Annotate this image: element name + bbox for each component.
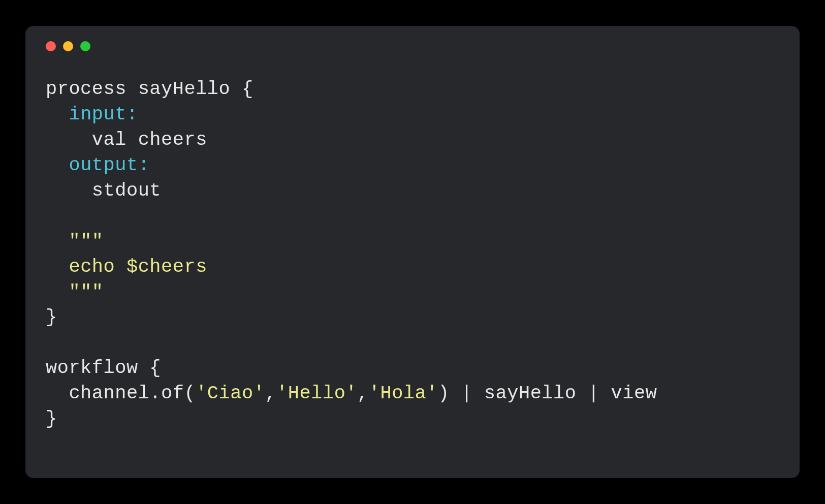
close-icon[interactable] xyxy=(46,41,56,51)
code-token-plain: val cheers xyxy=(46,129,207,150)
code-line: """ xyxy=(46,280,779,305)
code-token-string: """ xyxy=(69,231,103,252)
code-line: echo $cheers xyxy=(46,255,779,280)
code-token-plain xyxy=(46,332,57,353)
code-line xyxy=(46,330,779,356)
code-token-string: 'Ciao' xyxy=(196,383,265,404)
code-token-plain xyxy=(46,154,69,176)
code-token-plain: , xyxy=(265,383,276,404)
code-line: input: xyxy=(46,102,779,128)
code-line: workflow { xyxy=(46,356,779,381)
code-token-plain: } xyxy=(46,306,57,328)
code-line: val cheers xyxy=(46,128,779,153)
code-token-plain: ) | sayHello | view xyxy=(438,383,657,404)
window-traffic-lights xyxy=(46,41,779,51)
code-token-string: """ xyxy=(69,281,103,303)
code-token-plain: process sayHello { xyxy=(46,78,253,100)
code-line: stdout xyxy=(46,178,779,204)
code-block: process sayHello { input: val cheers out… xyxy=(46,77,779,432)
code-line: """ xyxy=(46,229,779,255)
code-token-keyword: output: xyxy=(69,154,149,176)
code-token-plain: , xyxy=(357,383,369,404)
code-line: } xyxy=(46,406,779,432)
code-token-plain: } xyxy=(46,408,57,429)
code-token-string: echo $cheers xyxy=(69,256,207,277)
code-token-plain xyxy=(46,256,69,277)
code-token-plain xyxy=(46,104,69,125)
code-line: channel.of('Ciao','Hello','Hola') | sayH… xyxy=(46,381,779,406)
code-line xyxy=(46,204,779,229)
code-token-plain xyxy=(46,231,69,252)
code-token-string: 'Hello' xyxy=(276,383,357,404)
maximize-icon[interactable] xyxy=(80,41,90,51)
code-token-plain: workflow { xyxy=(46,357,161,379)
code-token-string: 'Hola' xyxy=(369,383,438,404)
code-token-plain: channel.of( xyxy=(46,383,196,404)
code-token-keyword: input: xyxy=(69,104,138,125)
code-line: output: xyxy=(46,153,779,178)
code-line: process sayHello { xyxy=(46,77,779,102)
code-line: } xyxy=(46,305,779,330)
code-token-plain xyxy=(46,281,69,303)
minimize-icon[interactable] xyxy=(63,41,73,51)
terminal-window: process sayHello { input: val cheers out… xyxy=(25,26,800,478)
code-token-plain: stdout xyxy=(46,180,161,201)
code-token-plain xyxy=(46,205,57,227)
